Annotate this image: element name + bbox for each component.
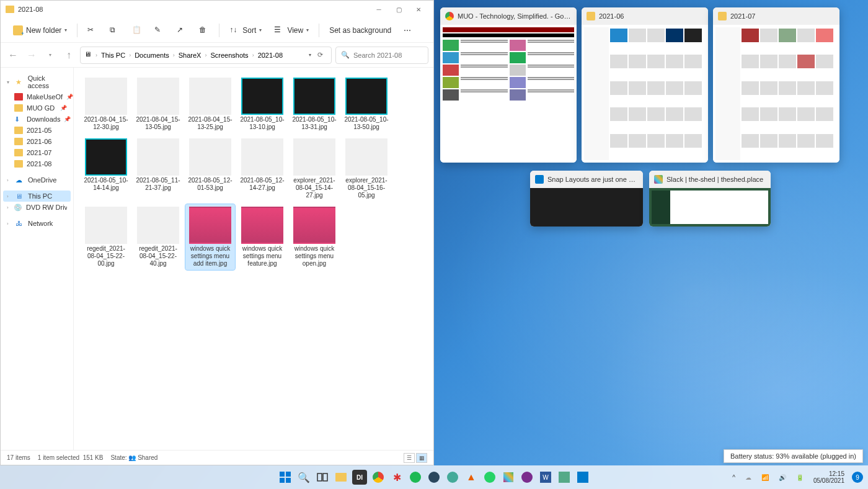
wifi-tray-icon[interactable]: 📶 (759, 473, 771, 482)
file-thumbnail (241, 207, 283, 244)
chrome-taskbar-icon[interactable] (371, 470, 386, 485)
sidebar-pinned-item[interactable]: MakeUseOf 📌 (3, 91, 71, 102)
sidebar-network[interactable]: › 🖧 Network (3, 218, 71, 229)
sidebar-pinned-item[interactable]: 2021-08 (3, 158, 71, 169)
delete-button[interactable]: 🗑 (194, 23, 214, 38)
paste-button[interactable]: 📋 (127, 23, 147, 38)
file-name: 2021-08-05_10-14-14.jpg (82, 177, 130, 192)
app-icon[interactable]: DI (352, 470, 367, 485)
view-button[interactable]: ☰ View ▾ (269, 23, 314, 38)
spotify-taskbar-icon[interactable] (408, 470, 423, 485)
notifications-button[interactable]: 9 (852, 472, 863, 483)
snap-preview (582, 25, 708, 163)
file-item[interactable]: explorer_2021-08-04_15-14-27.jpg (290, 136, 339, 202)
sidebar: ▾ ★ Quick access MakeUseOf 📌 MUO GD Scre… (1, 68, 74, 450)
app-icon[interactable] (520, 470, 534, 485)
refresh-button[interactable]: ⟳ (312, 48, 327, 63)
forward-button[interactable]: → (24, 48, 39, 63)
breadcrumb-item[interactable]: Screenshots (208, 50, 250, 60)
titlebar[interactable]: 2021-08 ─ ▢ ✕ (1, 1, 433, 18)
view-details-button[interactable]: ☰ (404, 453, 415, 463)
search-box[interactable]: 🔍 (335, 47, 428, 64)
app-icon[interactable]: ✱ (389, 470, 404, 485)
view-thumbnails-button[interactable]: ▦ (416, 453, 427, 463)
snap-window-vscode[interactable]: Snap Layouts are just one of... (530, 171, 643, 227)
file-item[interactable]: regedit_2021-08-04_15-22-40.jpg (133, 204, 183, 270)
breadcrumb-item[interactable]: Documents (132, 50, 172, 60)
breadcrumb-item[interactable]: This PC (99, 50, 128, 60)
snap-window-slack[interactable]: Slack | the-shed | theshed.place (649, 171, 771, 227)
file-item[interactable]: 2021-08-05_10-14-14.jpg (81, 136, 131, 202)
up-button[interactable]: ↑ (61, 48, 76, 63)
sidebar-onedrive[interactable]: › ☁ OneDrive (3, 174, 71, 186)
sidebar-pinned-item[interactable]: ⬇ Downloads 📌 (3, 114, 71, 125)
file-item[interactable]: windows quick settings menu add item.jpg (185, 204, 235, 270)
rename-button[interactable]: ✎ (149, 23, 169, 38)
file-thumbnail (189, 138, 231, 176)
more-button[interactable]: ⋯ (399, 24, 416, 37)
task-view-button[interactable] (315, 470, 330, 485)
back-button[interactable]: ← (6, 48, 20, 63)
onedrive-tray-icon[interactable]: ☁ (743, 473, 754, 482)
sidebar-pinned-item[interactable]: 2021-06 (3, 136, 71, 147)
whatsapp-taskbar-icon[interactable] (482, 470, 497, 485)
file-item[interactable]: 2021-08-04_15-13-25.jpg (185, 75, 235, 133)
file-item[interactable]: 2021-08-05_12-01-53.jpg (185, 136, 235, 202)
file-thumbnail (137, 207, 179, 244)
maximize-button[interactable]: ▢ (389, 1, 409, 18)
cut-button[interactable]: ✂ (82, 23, 102, 38)
set-background-button[interactable]: Set as background (324, 24, 396, 37)
snap-window-folder-06[interactable]: 2021-06 (582, 7, 708, 163)
snap-window-chrome[interactable]: MUO - Technology, Simplified. - Goog... (440, 7, 577, 163)
search-icon: 🔍 (341, 51, 350, 59)
slack-taskbar-icon[interactable] (501, 470, 516, 485)
recent-button[interactable]: ▾ (43, 48, 58, 63)
doc-icon (14, 93, 23, 101)
share-button[interactable]: ↗ (172, 23, 192, 38)
vscode-taskbar-icon[interactable] (575, 470, 590, 485)
search-input[interactable] (353, 52, 423, 59)
volume-tray-icon[interactable]: 🔊 (776, 473, 789, 482)
explorer-taskbar-icon[interactable] (334, 470, 348, 485)
search-button[interactable]: 🔍 (296, 470, 311, 485)
new-folder-button[interactable]: + New folder ▾ (8, 23, 72, 38)
sidebar-this-pc[interactable]: › 🖥 This PC (3, 191, 71, 202)
file-item[interactable]: 2021-08-05_11-21-37.jpg (133, 136, 183, 202)
breadcrumb[interactable]: 🖥 › This PC › Documents › ShareX › Scree… (80, 47, 332, 64)
file-item[interactable]: explorer_2021-08-04_15-16-05.jpg (342, 136, 391, 202)
breadcrumb-dropdown[interactable]: ▾ (309, 52, 311, 58)
steam-taskbar-icon[interactable] (427, 470, 441, 485)
file-list[interactable]: 2021-08-04_15-12-30.jpg2021-08-04_15-13-… (74, 68, 433, 450)
word-taskbar-icon[interactable]: W (538, 470, 553, 485)
app-icon[interactable] (557, 470, 572, 485)
sidebar-dvd[interactable]: › 💿 DVD RW Drive (D:) A (3, 202, 71, 213)
breadcrumb-item[interactable]: 2021-08 (255, 50, 285, 60)
quick-access[interactable]: ▾ ★ Quick access (3, 73, 71, 91)
sidebar-pinned-item[interactable]: MUO GD Scree 📌 (3, 102, 71, 114)
clock[interactable]: 12:15 05/08/2021 (811, 469, 847, 485)
file-item[interactable]: 2021-08-05_12-14-27.jpg (237, 136, 287, 202)
file-item[interactable]: windows quick settings menu feature.jpg (237, 204, 287, 270)
file-item[interactable]: 2021-08-05_10-13-31.jpg (290, 75, 339, 133)
file-item[interactable]: 2021-08-05_10-13-10.jpg (237, 75, 287, 133)
scissors-icon: ✂ (87, 25, 97, 35)
close-button[interactable]: ✕ (409, 1, 428, 18)
sidebar-pinned-item[interactable]: 2021-05 (3, 125, 71, 136)
file-item[interactable]: 2021-08-04_15-12-30.jpg (81, 75, 131, 133)
battery-tray-icon[interactable]: 🔋 (794, 473, 806, 482)
file-item[interactable]: windows quick settings menu open.jpg (290, 204, 339, 270)
sort-button[interactable]: ↑↓ Sort ▾ (224, 23, 267, 38)
snap-window-folder-07[interactable]: 2021-07 (713, 7, 839, 163)
file-item[interactable]: regedit_2021-08-04_15-22-00.jpg (81, 204, 131, 270)
start-button[interactable] (278, 470, 293, 485)
app-icon[interactable] (445, 470, 460, 485)
minimize-button[interactable]: ─ (369, 1, 389, 18)
sidebar-pinned-item[interactable]: 2021-07 (3, 147, 71, 158)
file-item[interactable]: 2021-08-04_15-13-05.jpg (133, 75, 183, 133)
breadcrumb-item[interactable]: ShareX (176, 50, 204, 60)
file-item[interactable]: 2021-08-05_10-13-50.jpg (342, 75, 391, 133)
copy-button[interactable]: ⧉ (105, 23, 125, 38)
tray-chevron[interactable]: ^ (730, 473, 738, 482)
folder-icon (14, 127, 23, 134)
vlc-taskbar-icon[interactable]: ▲ (464, 470, 479, 485)
